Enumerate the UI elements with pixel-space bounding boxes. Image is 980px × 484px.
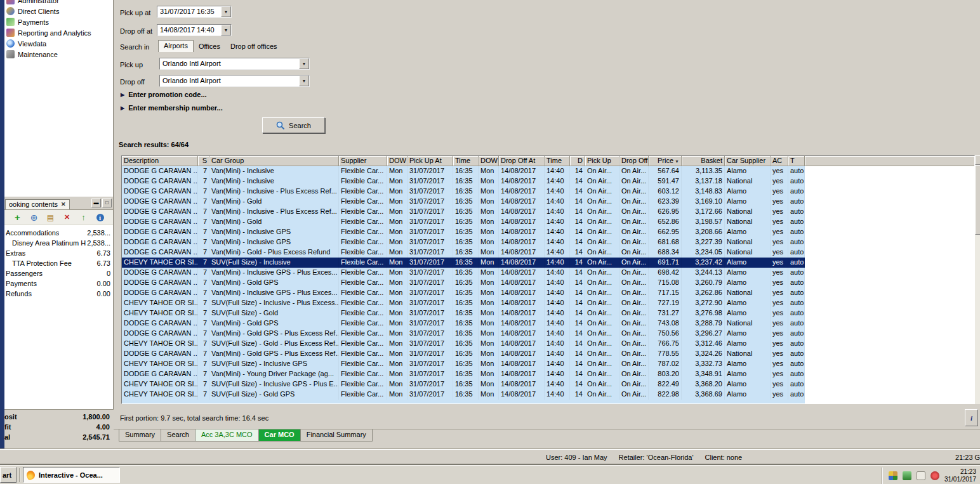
result-row[interactable]: DODGE G CARAVAN ...7Van(Mini) - Gold GPS… xyxy=(122,278,805,288)
booking-item-payments[interactable]: Payments0.00 xyxy=(4,278,113,289)
pick-up-select[interactable]: Orlando Intl Airport ▼ xyxy=(159,58,310,70)
booking-summary-label: al xyxy=(4,433,10,443)
booking-item-tta-protection-fee[interactable]: TTA Protection Fee6.73 xyxy=(4,258,113,268)
tray-network-icon[interactable] xyxy=(889,471,897,480)
booking-summary-label: osit xyxy=(4,413,17,423)
result-row[interactable]: CHEVY TAHOE OR SI...7SUV(Full Size) - In… xyxy=(122,379,805,389)
result-row[interactable]: CHEVY TAHOE OR SI...7SUV(Full Size) - Go… xyxy=(122,308,805,318)
paste-icon[interactable] xyxy=(46,213,56,223)
sidebar-item-reporting-and-analytics[interactable]: Reporting and Analytics xyxy=(4,27,113,38)
payments-icon xyxy=(6,18,15,26)
sidebar-item-label: Payments xyxy=(18,18,49,26)
booking-item-extras[interactable]: Extras6.73 xyxy=(4,248,113,258)
result-row[interactable]: DODGE G CARAVAN ...7Van(Mini) - Gold GPS… xyxy=(122,318,805,329)
result-row[interactable]: CHEVY TAHOE OR SI...7SUV(Full Size) - In… xyxy=(122,359,805,369)
column-header-ac-16[interactable]: AC xyxy=(771,156,788,166)
result-row[interactable]: DODGE G CARAVAN ...7Van(Mini) - Gold GPS… xyxy=(122,349,805,359)
result-row[interactable]: CHEVY TAHOE OR SI...7SUV(Full Size) - In… xyxy=(122,298,805,308)
promotion-code-expander[interactable]: ▶ Enter promotion code... xyxy=(121,91,207,98)
booking-item-accommodations[interactable]: Accommodations2,538... xyxy=(4,228,113,238)
restore-icon[interactable]: □ xyxy=(102,199,112,207)
column-header-drop-off-12[interactable]: Drop Off xyxy=(619,156,649,166)
booking-item-refunds[interactable]: Refunds0.00 xyxy=(4,289,113,299)
sidebar-item-viewdata[interactable]: Viewdata xyxy=(4,38,113,49)
result-row[interactable]: DODGE G CARAVAN ...7Van(Mini) - Inclusiv… xyxy=(122,237,805,247)
column-header-t-17[interactable]: T xyxy=(788,156,805,166)
scrollbar-thumb[interactable] xyxy=(975,165,980,235)
tray-app-icon[interactable] xyxy=(903,471,911,480)
result-row[interactable]: DODGE G CARAVAN ...7Van(Mini) - Inclusiv… xyxy=(122,186,805,197)
info-icon[interactable] xyxy=(95,213,105,223)
pick-up-at-select[interactable]: 31/07/2017 16:35 ▼ xyxy=(157,6,232,18)
column-header-pick-up-11[interactable]: Pick Up xyxy=(585,156,619,166)
tab-car-mco[interactable]: Car MCO xyxy=(258,429,301,441)
tab-summary[interactable]: Summary xyxy=(119,429,161,441)
drop-off-at-select[interactable]: 14/08/2017 14:40 ▼ xyxy=(157,24,232,36)
move-up-icon[interactable] xyxy=(79,213,89,223)
globe-icon[interactable] xyxy=(29,213,39,223)
vertical-scrollbar[interactable] xyxy=(975,155,980,404)
start-button[interactable]: art xyxy=(0,467,17,483)
tab-acc-3a-3c-mco[interactable]: Acc 3A,3C MCO xyxy=(195,429,259,441)
result-row[interactable]: DODGE G CARAVAN ...7Van(Mini) - GoldFlex… xyxy=(122,217,805,227)
column-header-basket-14[interactable]: Basket xyxy=(682,156,725,166)
result-row[interactable]: DODGE G CARAVAN ...7Van(Mini) - Gold GPS… xyxy=(122,329,805,339)
tray-display-icon[interactable] xyxy=(917,471,925,480)
tray-alert-icon[interactable] xyxy=(930,471,939,480)
scroll-up-icon[interactable] xyxy=(975,155,980,165)
result-row[interactable]: DODGE G CARAVAN ...7Van(Mini) - Inclusiv… xyxy=(122,227,805,237)
drop-off-select[interactable]: Orlando Intl Airport ▼ xyxy=(159,75,310,87)
column-header-s-1[interactable]: S xyxy=(198,156,209,166)
chevron-down-icon[interactable]: ▼ xyxy=(221,6,231,17)
taskbar-app-button[interactable]: Interactive - Ocea... xyxy=(23,467,120,483)
column-header-supplier-3[interactable]: Supplier xyxy=(339,156,387,166)
result-row[interactable]: DODGE G CARAVAN ...7Van(Mini) - Inclusiv… xyxy=(122,288,805,298)
booking-item-disney-area-platinum-h[interactable]: Disney Area Platinum H2,538... xyxy=(4,238,113,248)
result-row[interactable]: CHEVY TAHOE OR SI...7SUV(Full Size) - In… xyxy=(122,258,805,268)
booking-item-passengers[interactable]: Passengers0 xyxy=(4,268,113,278)
search-button[interactable]: Search xyxy=(262,117,325,133)
result-row[interactable]: DODGE G CARAVAN ...7Van(Mini) - GoldFlex… xyxy=(122,197,805,207)
result-row[interactable]: DODGE G CARAVAN ...7Van(Mini) - Young Dr… xyxy=(122,369,805,379)
result-row[interactable]: DODGE G CARAVAN ...7Van(Mini) - Inclusiv… xyxy=(122,207,805,217)
column-header-time-6[interactable]: Time xyxy=(453,156,479,166)
result-row[interactable]: DODGE G CARAVAN ...7Van(Mini) - Inclusiv… xyxy=(122,268,805,278)
search-in-option-drop-off-offices[interactable]: Drop off offices xyxy=(225,41,282,52)
result-row[interactable]: DODGE G CARAVAN ...7Van(Mini) - Gold - P… xyxy=(122,247,805,258)
info-icon[interactable]: i xyxy=(965,409,978,426)
search-in-option-airports[interactable]: Airports xyxy=(158,40,194,52)
result-row[interactable]: CHEVY TAHOE OR SI...7SUV(Full Size) - Go… xyxy=(122,389,805,400)
column-header-car-group-2[interactable]: Car Group xyxy=(209,156,339,166)
sidebar-item-payments[interactable]: Payments xyxy=(4,16,113,27)
column-header-price-13[interactable]: Price▼ xyxy=(649,156,682,166)
column-header-description-0[interactable]: Description xyxy=(122,156,198,166)
booking-contents-tab[interactable]: ooking contents ✕ xyxy=(5,199,70,209)
chevron-down-icon[interactable]: ▼ xyxy=(221,25,231,36)
column-header-drop-off-at-8[interactable]: Drop Off At xyxy=(499,156,545,166)
column-header-car-supplier-15[interactable]: Car Supplier xyxy=(725,156,771,166)
add-icon[interactable] xyxy=(13,213,23,223)
chevron-down-icon[interactable]: ▼ xyxy=(299,58,309,69)
delete-icon[interactable] xyxy=(62,213,72,223)
sidebar-item-direct-clients[interactable]: Direct Clients xyxy=(4,6,113,16)
column-header-dow-4[interactable]: DOW xyxy=(387,156,407,166)
sidebar-item-administrator[interactable]: Administrator xyxy=(4,0,113,6)
result-row[interactable]: DODGE G CARAVAN ...7Van(Mini) - Inclusiv… xyxy=(122,176,805,186)
result-row[interactable]: DODGE G CARAVAN ...7Van(Mini) - Inclusiv… xyxy=(122,166,805,176)
tab-search[interactable]: Search xyxy=(161,429,195,441)
membership-number-expander[interactable]: ▶ Enter membership number... xyxy=(121,104,223,112)
tab-financial-summary[interactable]: Financial Summary xyxy=(300,429,373,441)
sort-desc-icon: ▼ xyxy=(675,159,679,164)
column-header-time-9[interactable]: Time xyxy=(545,156,570,166)
close-icon[interactable]: ✕ xyxy=(61,201,66,207)
taskbar-clock[interactable]: 21:23 31/01/2017 xyxy=(944,468,976,483)
column-header-dow-7[interactable]: DOW xyxy=(479,156,499,166)
column-header-pick-up-at-5[interactable]: Pick Up At xyxy=(407,156,453,166)
search-in-option-offices[interactable]: Offices xyxy=(194,41,225,52)
column-header-d-10[interactable]: D xyxy=(570,156,585,166)
application-window: AdministratorDirect ClientsPaymentsRepor… xyxy=(0,0,980,484)
result-row[interactable]: CHEVY TAHOE OR SI...7SUV(Full Size) - Go… xyxy=(122,339,805,349)
chevron-down-icon[interactable]: ▼ xyxy=(299,75,309,86)
minimize-icon[interactable]: ▬ xyxy=(91,199,101,207)
sidebar-item-maintenance[interactable]: Maintenance xyxy=(4,49,113,60)
